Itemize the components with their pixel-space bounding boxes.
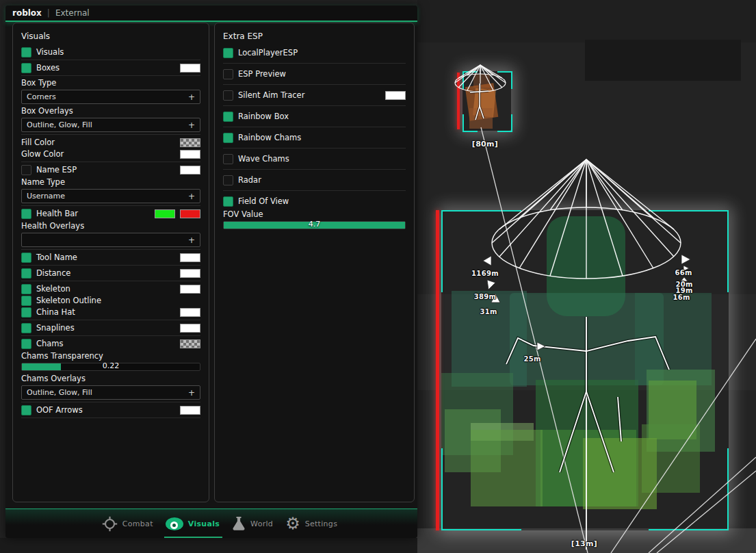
panel-title: Extra ESP (223, 31, 406, 41)
dropdown-box-overlays[interactable]: Outline, Glow, Fill+ (21, 118, 200, 132)
oof-label-left-3: 25m (521, 355, 543, 363)
titlebar[interactable]: roblox | External (5, 5, 417, 22)
dropdown-name-type[interactable]: Username+ (21, 189, 200, 203)
setting-label: Rainbow Chams (238, 133, 301, 142)
checkbox-name-esp[interactable] (21, 165, 31, 175)
health-green-swatch[interactable] (155, 209, 175, 218)
color-swatch[interactable] (180, 285, 200, 294)
setting-label: Distance (36, 268, 70, 278)
dropdown-health-overlays[interactable]: + (21, 233, 200, 247)
tab-visuals[interactable]: Visuals (166, 517, 220, 530)
color-swatch[interactable] (180, 308, 200, 317)
flask-icon (232, 516, 246, 531)
expand-icon[interactable]: + (188, 192, 195, 201)
checkbox-localplayeresp[interactable] (223, 48, 233, 58)
setting-label: Silent Aim Tracer (238, 90, 304, 100)
checkbox-rainbow-chams[interactable] (223, 133, 233, 143)
color-swatch[interactable] (180, 406, 200, 415)
distance-label-near: [13m] (564, 539, 605, 548)
slider-fov-value[interactable]: 4.7 (223, 221, 406, 229)
slider-chams-transparency[interactable]: 0.22 (21, 363, 200, 371)
app-title: roblox (12, 8, 42, 18)
separator (223, 63, 406, 64)
setting-label: Field Of View (238, 196, 289, 206)
setting-row-tool-name[interactable]: Tool Name (21, 252, 200, 263)
checkbox-silent-aim-tracer[interactable] (223, 90, 233, 101)
tab-combat[interactable]: Combat (102, 516, 153, 532)
setting-label: Radar (238, 175, 261, 185)
checkbox-distance[interactable] (21, 268, 31, 279)
setting-row-esp-preview[interactable]: ESP Preview (223, 68, 406, 80)
separator (21, 75, 200, 76)
checkbox-china-hat[interactable] (21, 307, 31, 318)
color-swatch[interactable] (180, 339, 200, 348)
dropdown-value: Outline, Glow, Fill (27, 388, 92, 397)
setting-row-radar[interactable]: Radar (223, 174, 406, 186)
setting-label: Rainbow Box (238, 112, 289, 121)
health-red-swatch[interactable] (180, 209, 200, 218)
setting-row-oof-arrows[interactable]: OOF Arrows (21, 404, 200, 415)
checkbox-visuals[interactable] (21, 47, 31, 57)
color-swatch[interactable] (180, 324, 200, 333)
oof-label-left-0: 1169m (469, 270, 501, 277)
color-swatch[interactable] (180, 150, 200, 159)
separator (223, 169, 406, 170)
setting-row-field-of-view[interactable]: Field Of View (223, 195, 406, 207)
expand-icon[interactable]: + (188, 235, 195, 245)
setting-row-chams[interactable]: Chams (21, 338, 200, 349)
tab-world[interactable]: World (232, 516, 273, 531)
checkbox-chams[interactable] (21, 339, 31, 349)
checkbox-boxes[interactable] (21, 63, 31, 73)
checkbox-radar[interactable] (223, 175, 233, 185)
checkbox-snaplines[interactable] (21, 323, 31, 333)
field-label-chams-overlays: Chams Overlays (21, 374, 200, 383)
setting-row-snaplines[interactable]: Snaplines (21, 322, 200, 333)
checkbox-health-bar[interactable] (21, 209, 31, 219)
setting-row-rainbow-chams[interactable]: Rainbow Chams (223, 131, 406, 144)
setting-row-china-hat[interactable]: China Hat (21, 307, 200, 318)
setting-row-skeleton[interactable]: Skeleton (21, 283, 200, 294)
checkbox-tool-name[interactable] (21, 253, 31, 263)
separator (21, 320, 200, 320)
expand-icon[interactable]: + (188, 388, 195, 398)
color-swatch[interactable] (180, 138, 200, 147)
checkbox-oof-arrows[interactable] (21, 405, 31, 415)
setting-label: China Hat (36, 307, 75, 317)
checkbox-skeleton[interactable] (21, 284, 31, 294)
setting-row-localplayeresp[interactable]: LocalPlayerESP (223, 47, 406, 59)
dropdown-value: Corners (27, 92, 56, 101)
dropdown-box-type[interactable]: Corners+ (21, 90, 200, 104)
expand-icon[interactable]: + (188, 120, 195, 130)
setting-label: Glow Color (21, 149, 64, 159)
setting-row-visuals[interactable]: Visuals (21, 47, 200, 57)
setting-row-glow-color[interactable]: Glow Color (21, 149, 200, 159)
dropdown-value: Outline, Glow, Fill (27, 120, 92, 129)
color-swatch[interactable] (180, 166, 200, 175)
setting-row-health-bar[interactable]: Health Bar (21, 208, 200, 219)
color-swatch[interactable] (180, 269, 200, 278)
setting-row-wave-chams[interactable]: Wave Chams (223, 153, 406, 165)
tab-settings[interactable]: ⚙ Settings (285, 516, 337, 531)
setting-row-distance[interactable]: Distance (21, 268, 200, 279)
checkbox-esp-preview[interactable] (223, 69, 233, 79)
color-swatch[interactable] (180, 253, 200, 262)
title-divider: | (47, 8, 50, 18)
setting-row-fill-color[interactable]: Fill Color (21, 137, 200, 148)
setting-row-rainbow-box[interactable]: Rainbow Box (223, 110, 406, 123)
setting-label: Skeleton Outline (36, 296, 101, 305)
setting-row-silent-aim-tracer[interactable]: Silent Aim Tracer (223, 89, 406, 101)
setting-row-name-esp[interactable]: Name ESP (21, 164, 200, 175)
setting-row-boxes[interactable]: Boxes (21, 62, 200, 73)
checkbox-skeleton-outline[interactable] (21, 296, 31, 306)
checkbox-field-of-view[interactable] (223, 196, 233, 207)
dropdown-chams-overlays[interactable]: Outline, Glow, Fill+ (21, 385, 200, 400)
slider-value: 4.7 (224, 220, 405, 229)
checkbox-wave-chams[interactable] (223, 154, 233, 164)
checkbox-rainbow-box[interactable] (223, 112, 233, 122)
oof-label-right-3: 16m (670, 294, 692, 301)
expand-icon[interactable]: + (188, 92, 195, 102)
setting-row-skeleton-outline[interactable]: Skeleton Outline (21, 295, 200, 306)
color-swatch[interactable] (385, 91, 406, 100)
separator (21, 402, 200, 402)
color-swatch[interactable] (180, 64, 200, 73)
